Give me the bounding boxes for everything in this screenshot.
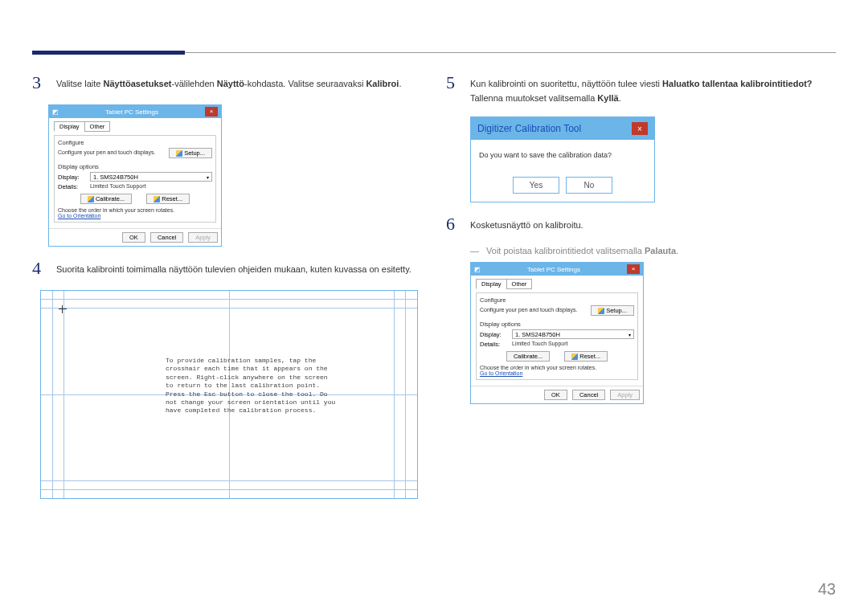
shield-icon — [598, 308, 604, 314]
header-rule — [32, 52, 836, 53]
dialog-titlebar: ◩ Tablet PC Settings × — [49, 105, 221, 118]
calibration-screen: To provide calibration samples, tap the … — [40, 290, 418, 499]
rotate-text: Choose the order in which your screen ro… — [58, 207, 212, 213]
tablet-pc-settings-dialog-2: ◩ Tablet PC Settings × Display Other Con… — [470, 262, 644, 404]
step-text: Valitse laite Näyttöasetukset-välilehden… — [56, 72, 401, 93]
digitizer-dialog: Digitizer Calibration Tool × Do you want… — [470, 116, 655, 202]
shield-icon — [154, 196, 160, 202]
page-number: 43 — [818, 580, 836, 599]
window-icon: ◩ — [52, 108, 59, 116]
details-label: Details: — [58, 183, 87, 190]
step-5: 5 Kun kalibrointi on suoritettu, näyttöö… — [446, 72, 836, 105]
apply-button[interactable]: Apply — [610, 390, 640, 400]
close-icon[interactable]: × — [627, 264, 640, 274]
display-label: Display: — [480, 331, 509, 338]
details-value: Limited Touch Support — [512, 341, 568, 347]
tab-other[interactable]: Other — [84, 121, 111, 132]
tab-display[interactable]: Display — [476, 279, 507, 289]
no-button[interactable]: No — [566, 177, 612, 194]
configure-label: Configure — [480, 296, 634, 304]
step-text: Kun kalibrointi on suoritettu, näyttöön … — [470, 72, 836, 105]
setup-button[interactable]: Setup... — [169, 148, 212, 158]
display-label: Display: — [58, 174, 87, 181]
window-icon: ◩ — [474, 266, 481, 273]
dialog-message: Do you want to save the calibration data… — [479, 151, 646, 159]
chevron-down-icon: ▾ — [207, 174, 209, 180]
step-3: 3 Valitse laite Näyttöasetukset-välilehd… — [32, 72, 422, 93]
ok-button[interactable]: OK — [544, 390, 567, 400]
tablet-pc-settings-dialog: ◩ Tablet PC Settings × Display Other Con… — [48, 104, 222, 247]
reset-button[interactable]: Reset... — [146, 194, 190, 204]
orientation-link[interactable]: Go to Orientation — [480, 370, 634, 376]
details-label: Details: — [480, 341, 509, 348]
step-4: 4 Suorita kalibrointi toimimalla näyttöö… — [32, 258, 422, 279]
step-number: 5 — [446, 72, 461, 105]
step-text: Suorita kalibrointi toimimalla näyttöön … — [56, 258, 411, 279]
close-icon[interactable]: × — [205, 107, 218, 116]
left-column: 3 Valitse laite Näyttöasetukset-välilehd… — [32, 72, 422, 499]
configure-label: Configure — [58, 139, 212, 146]
display-options-label: Display options — [58, 163, 212, 170]
tab-display[interactable]: Display — [54, 121, 85, 132]
dialog-title: Tablet PC Settings — [481, 266, 627, 273]
calibrate-button[interactable]: Calibrate... — [506, 351, 550, 362]
tab-other[interactable]: Other — [506, 279, 533, 289]
cancel-button[interactable]: Cancel — [572, 390, 605, 400]
note: Voit poistaa kalibrointitiedot valitsema… — [470, 246, 836, 255]
calibration-instructions: To provide calibration samples, tap the … — [166, 357, 338, 415]
shield-icon — [571, 353, 578, 360]
right-column: 5 Kun kalibrointi on suoritettu, näyttöö… — [446, 72, 836, 499]
configure-desc: Configure your pen and touch displays. — [480, 307, 588, 313]
step-number: 6 — [446, 214, 461, 235]
dialog-titlebar: ◩ Tablet PC Settings × — [471, 263, 643, 276]
tabs: Display Other — [476, 279, 638, 289]
configure-desc: Configure your pen and touch displays. — [58, 149, 166, 156]
step-number: 3 — [32, 72, 47, 93]
cancel-button[interactable]: Cancel — [150, 232, 183, 243]
dialog-title: Tablet PC Settings — [59, 108, 205, 116]
yes-button[interactable]: Yes — [513, 177, 559, 194]
details-value: Limited Touch Support — [90, 183, 146, 190]
chevron-down-icon: ▾ — [628, 332, 631, 337]
apply-button[interactable]: Apply — [188, 232, 218, 243]
rotate-text: Choose the order in which your screen ro… — [480, 365, 634, 370]
ok-button[interactable]: OK — [122, 232, 145, 243]
shield-icon — [88, 196, 94, 202]
setup-button[interactable]: Setup... — [591, 305, 634, 316]
tabs: Display Other — [54, 121, 216, 132]
crosshair-icon — [59, 305, 67, 313]
step-text: Kosketusnäyttö on kalibroitu. — [470, 214, 583, 235]
step-number: 4 — [32, 258, 47, 279]
dialog-titlebar: Digitizer Calibration Tool × — [471, 117, 654, 140]
close-icon[interactable]: × — [632, 122, 648, 135]
reset-button[interactable]: Reset... — [564, 351, 608, 362]
calibrate-button[interactable]: Calibrate... — [80, 194, 132, 204]
display-select[interactable]: 1. SMS24B750H▾ — [512, 329, 634, 339]
orientation-link[interactable]: Go to Orientation — [58, 213, 212, 219]
step-6: 6 Kosketusnäyttö on kalibroitu. — [446, 214, 836, 235]
display-select[interactable]: 1. SMS24B750H▾ — [90, 172, 212, 182]
display-options-label: Display options — [480, 321, 634, 328]
dialog-title: Digitizer Calibration Tool — [477, 123, 632, 134]
shield-icon — [176, 150, 182, 157]
